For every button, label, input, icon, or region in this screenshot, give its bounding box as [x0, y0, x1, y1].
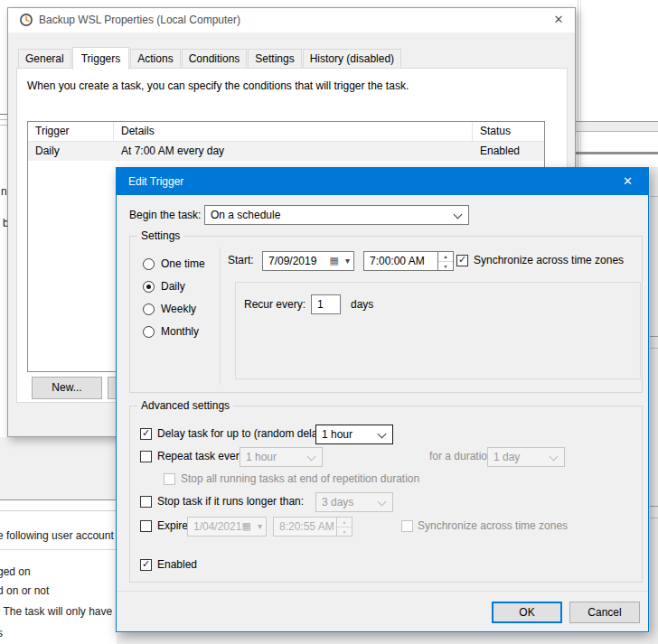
weekly-label[interactable]: Weekly [161, 303, 196, 315]
one-time-label[interactable]: One time [161, 257, 205, 270]
start-time-value: 7:00:00 AM [370, 255, 425, 267]
background-panel-band [576, 152, 658, 154]
sync-timezones-checkbox[interactable]: ✓ [456, 255, 468, 266]
background-text-fragment: n [1, 185, 7, 198]
duration-value: 1 day [494, 451, 520, 463]
triggers-table-header: Trigger Details Status [28, 122, 544, 142]
expire-label[interactable]: Expire: [157, 519, 191, 532]
monthly-label[interactable]: Monthly [161, 325, 199, 338]
recur-every-label: Recur every: [244, 298, 306, 311]
tab-conditions[interactable]: Conditions [182, 49, 248, 69]
chevron-down-icon [378, 430, 387, 439]
spin-down-icon: ▼ [337, 527, 352, 537]
triggers-description: When you create a task, you can specify … [27, 79, 409, 92]
delay-task-checkbox[interactable]: ✓ [140, 428, 152, 440]
enabled-checkbox[interactable]: ✓ [140, 559, 152, 571]
footer-divider [117, 591, 648, 592]
chevron-down-icon [378, 498, 387, 507]
stop-task-duration-dropdown: 3 days [315, 492, 393, 512]
time-spinner-buttons[interactable]: ▲ ▼ [437, 252, 453, 270]
background-divider [0, 119, 7, 120]
daily-radio[interactable] [143, 281, 155, 293]
stop-task-checkbox[interactable] [140, 496, 152, 508]
status-cell: Enabled [473, 142, 544, 161]
background-panel-edge [580, 0, 581, 166]
recur-every-input[interactable]: 1 [311, 294, 341, 314]
column-header-status[interactable]: Status [473, 122, 544, 141]
stop-task-label[interactable]: Stop task if it runs longer than: [157, 495, 304, 508]
chevron-down-icon [307, 453, 316, 462]
settings-group: Settings One time Daily Weekly Monthly S… [129, 236, 643, 393]
spin-down-icon[interactable]: ▼ [438, 262, 453, 271]
background-pane [117, 633, 650, 644]
column-header-details[interactable]: Details [114, 122, 473, 141]
background-divider [0, 549, 117, 550]
begin-task-dropdown[interactable]: On a schedule [204, 205, 469, 225]
tab-strip: General Triggers Actions Conditions Sett… [18, 44, 402, 69]
start-label: Start: [228, 254, 254, 266]
expire-sync-timezones-label: Synchronize across time zones [418, 519, 568, 532]
edit-trigger-dialog: Edit Trigger ✕ Begin the task: On a sche… [116, 167, 649, 632]
background-divider [0, 125, 7, 126]
recur-every-value: 1 [317, 298, 324, 311]
tab-general[interactable]: General [18, 49, 71, 69]
background-divider [650, 506, 658, 507]
expire-checkbox[interactable] [140, 520, 152, 532]
background-pane [0, 437, 117, 499]
stop-all-tasks-checkbox [164, 473, 175, 485]
repeat-task-checkbox[interactable] [140, 451, 152, 462]
sync-timezones-label[interactable]: Synchronize across time zones [474, 254, 624, 266]
tab-history[interactable]: History (disabled) [303, 49, 401, 69]
tab-actions[interactable]: Actions [130, 49, 180, 69]
properties-titlebar[interactable]: Backup WSL Properties (Local Computer) ✕ [8, 8, 575, 33]
begin-task-label: Begin the task: [129, 209, 201, 221]
tab-triggers[interactable]: Triggers [72, 47, 130, 70]
trigger-cell: Daily [28, 142, 114, 161]
background-pane [650, 167, 658, 644]
background-divider [0, 114, 7, 115]
screen: { "icons": { "close": "✕", "check": "✓",… [0, 0, 658, 644]
settings-group-label: Settings [137, 229, 183, 242]
one-time-radio[interactable] [143, 258, 155, 270]
new-trigger-button[interactable]: New... [32, 377, 102, 399]
background-panel-band [576, 121, 658, 132]
tab-settings[interactable]: Settings [248, 49, 301, 69]
column-header-trigger[interactable]: Trigger [28, 122, 114, 141]
advanced-settings-group: Advanced settings ✓ Delay task for up to… [129, 406, 643, 583]
enabled-label[interactable]: Enabled [157, 558, 197, 571]
background-text-fragment: ged on [0, 565, 31, 578]
start-date-picker[interactable]: 7/09/2019 ▦ ▾ [262, 251, 354, 271]
table-row[interactable]: Daily At 7:00 AM every day Enabled [28, 142, 544, 161]
settings-separator [220, 247, 221, 385]
expire-date-value: 1/04/2021 [193, 520, 241, 533]
ok-button[interactable]: OK [492, 602, 562, 623]
delay-duration-dropdown[interactable]: 1 hour [315, 425, 393, 444]
edit-trigger-titlebar[interactable]: Edit Trigger ✕ [117, 168, 648, 195]
monthly-radio[interactable] [143, 326, 155, 338]
close-icon[interactable]: ✕ [607, 168, 648, 195]
repeat-task-label[interactable]: Repeat task every: [157, 450, 248, 462]
delay-task-label[interactable]: Delay task for up to (random delay): [157, 427, 330, 440]
cancel-button[interactable]: Cancel [569, 602, 640, 623]
weekly-radio[interactable] [143, 303, 155, 315]
close-icon[interactable]: ✕ [544, 8, 573, 32]
expire-time-spinner: 8:20:55 AM ▲ ▼ [273, 517, 352, 537]
check-icon: ✓ [142, 558, 150, 570]
chevron-down-icon: ▾ [258, 521, 262, 531]
background-text-fragment: e following user account [0, 529, 114, 542]
details-cell: At 7:00 AM every day [114, 142, 473, 161]
daily-label[interactable]: Daily [161, 280, 185, 293]
start-time-spinner[interactable]: 7:00:00 AM ▲ ▼ [363, 251, 454, 271]
stop-task-duration-value: 3 days [322, 496, 353, 509]
start-date-value: 7/09/2019 [268, 255, 316, 267]
chevron-down-icon [550, 453, 559, 462]
background-divider [650, 518, 658, 518]
chevron-down-icon[interactable]: ▾ [345, 256, 350, 266]
expire-time-value: 8:20:55 AM [279, 520, 334, 533]
advanced-settings-group-label: Advanced settings [137, 399, 233, 412]
check-icon: ✓ [458, 254, 466, 266]
background-divider [0, 510, 117, 511]
spin-up-icon[interactable]: ▲ [438, 252, 453, 262]
repeat-interval-value: 1 hour [246, 451, 277, 463]
duration-dropdown: 1 day [487, 447, 565, 467]
